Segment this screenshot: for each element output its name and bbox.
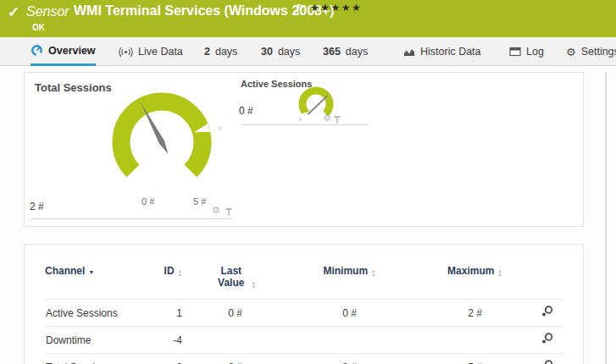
tab-365-days[interactable]: 365 days [323, 37, 368, 66]
channel-id: -4 [148, 327, 191, 354]
tab-settings[interactable]: ⚙ Settings [566, 37, 616, 66]
channel-maximum: 5 # [419, 354, 530, 364]
gauge-scale-min: 0 # [142, 196, 154, 207]
tab-label: Overview [48, 45, 96, 57]
sort-icon: ▲▼ [178, 269, 182, 277]
tab-label: Log [526, 46, 544, 58]
peak-marker-icon: x [298, 115, 302, 124]
log-icon [509, 47, 521, 57]
gauge-scale-max: 5 # [193, 196, 206, 207]
tab-30-days[interactable]: 30 days [261, 37, 300, 66]
channel-name: Downtime [45, 327, 148, 354]
channel-last-value [191, 327, 280, 354]
col-header-last-value[interactable]: Last Value▲▼ [191, 251, 280, 300]
channel-last-value: 0 # [191, 300, 280, 327]
table-row: Active Sessions 1 0 # 0 # 2 # [45, 300, 564, 327]
sensor-header: ✓ Sensor WMI Terminal Services (Windows … [0, 0, 616, 37]
pin-icon[interactable] [333, 113, 341, 129]
broadcast-icon [119, 47, 133, 58]
priority-stars[interactable]: ★★★★★ [310, 2, 362, 14]
page-title: WMI Terminal Services (Windows 2008+) [74, 3, 335, 19]
channels-panel: Channel▼ ID▲▼ Last Value▲▼ Minimum▲▼ Max… [24, 244, 584, 364]
secondary-current-value: 0 # [239, 105, 253, 117]
object-type-label: Sensor [26, 4, 69, 19]
channel-id: 0 [148, 354, 191, 364]
col-label: ID [164, 265, 175, 277]
channel-settings-icon[interactable] [541, 305, 554, 321]
channel-name: Active Sessions [45, 300, 148, 327]
primary-current-value: 2 # [30, 201, 44, 212]
col-label: Channel [45, 265, 85, 277]
col-header-minimum[interactable]: Minimum▲▼ [280, 251, 419, 300]
tab-historic-data[interactable]: Historic Data [403, 37, 481, 66]
col-header-maximum[interactable]: Maximum▲▼ [419, 251, 530, 300]
channel-name: Total Sessions [45, 354, 148, 364]
table-row: Downtime -4 [45, 327, 564, 354]
tab-label: Historic Data [420, 46, 481, 58]
peak-marker-icon: x [218, 124, 222, 132]
tab-label: days [278, 46, 300, 58]
tab-number: 2 [204, 46, 210, 58]
vertical-divider [605, 72, 607, 364]
tab-label: days [215, 46, 237, 58]
channel-settings-icon[interactable] [541, 332, 554, 348]
sort-icon: ▲▼ [252, 281, 256, 289]
col-label: Last Value [214, 265, 248, 289]
col-header-channel[interactable]: Channel▼ [45, 251, 148, 300]
tab-label: Settings [581, 46, 616, 58]
tab-number: 365 [323, 46, 341, 58]
sort-icon: ▲▼ [371, 269, 375, 277]
gauge-settings-gear-icon[interactable]: ⚙ [212, 206, 220, 215]
divider [241, 124, 369, 125]
channel-maximum: 2 # [419, 300, 530, 327]
tab-bar: Overview Live Data 2 days 30 days 365 da… [0, 37, 616, 66]
divider [30, 218, 233, 219]
tab-label: days [346, 46, 368, 58]
total-sessions-gauge [98, 79, 225, 206]
prtg-sensor-page: ✓ Sensor WMI Terminal Services (Windows … [0, 0, 616, 364]
channel-settings-icon[interactable] [541, 359, 554, 364]
pin-icon[interactable] [225, 206, 233, 221]
tab-label: Live Data [138, 46, 183, 58]
col-label: Maximum [447, 265, 494, 277]
tab-2-days[interactable]: 2 days [204, 37, 237, 66]
area-chart-icon [403, 47, 415, 57]
gauge-icon [31, 44, 43, 57]
channel-id: 1 [148, 300, 191, 327]
sort-icon: ▲▼ [497, 269, 502, 277]
tab-live-data[interactable]: Live Data [119, 37, 183, 66]
col-header-id[interactable]: ID▲▼ [148, 251, 191, 300]
channel-minimum [280, 327, 419, 354]
channels-table: Channel▼ ID▲▼ Last Value▲▼ Minimum▲▼ Max… [45, 251, 564, 364]
gear-icon: ⚙ [566, 47, 576, 58]
col-header-actions [530, 251, 564, 300]
tab-number: 30 [261, 46, 273, 58]
tab-overview[interactable]: Overview [31, 37, 96, 66]
flag-icon[interactable] [297, 3, 306, 18]
col-label: Minimum [323, 265, 368, 277]
gauge-settings-gear-icon[interactable]: ⚙ [323, 113, 331, 123]
tab-log[interactable]: Log [509, 37, 544, 66]
gauges-panel: Total Sessions 0 # 5 # x 2 # ⚙ Active Se… [24, 72, 584, 227]
channel-maximum [419, 327, 530, 354]
channel-minimum: 2 # [280, 354, 419, 364]
table-header-row: Channel▼ ID▲▼ Last Value▲▼ Minimum▲▼ Max… [45, 251, 564, 300]
table-row: Total Sessions 0 2 # 2 # 5 # [45, 354, 564, 364]
channel-minimum: 0 # [280, 300, 419, 327]
status-ok-check-icon: ✓ [8, 3, 19, 21]
status-badge: OK [32, 23, 45, 32]
sort-desc-icon: ▼ [88, 269, 94, 275]
channel-last-value: 2 # [191, 354, 280, 364]
